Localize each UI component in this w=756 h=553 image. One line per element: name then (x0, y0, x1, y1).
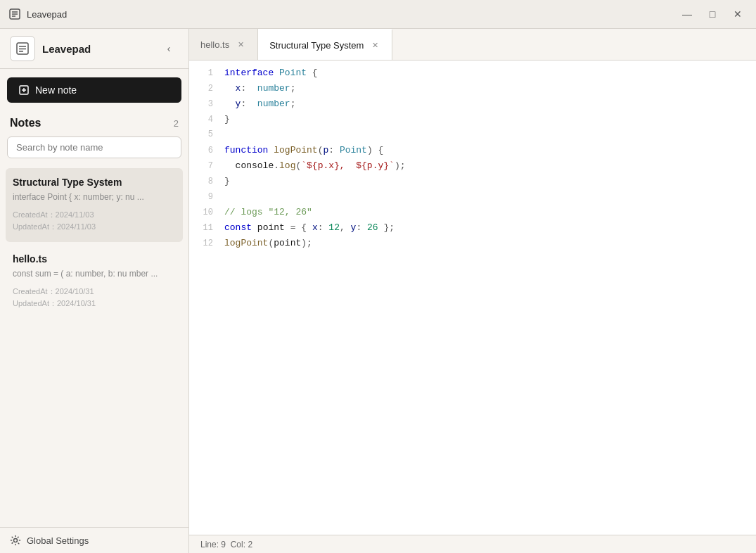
app-icon (8, 8, 21, 20)
tab-hello-ts-close[interactable]: ✕ (235, 39, 246, 50)
note-card-preview: const sum = ( a: number, b: nu mber ... (13, 268, 176, 280)
note-created-at: CreatedAt：2024/10/31 (13, 286, 176, 298)
tab-hello-ts[interactable]: hello.ts ✕ (189, 29, 258, 60)
note-created-at: CreatedAt：2024/11/03 (13, 209, 176, 222)
sidebar-app-name: Leavepad (42, 43, 91, 55)
note-card-meta: CreatedAt：2024/11/03 UpdatedAt：2024/11/0… (13, 209, 176, 234)
note-card-title: hello.ts (13, 253, 176, 265)
new-note-button[interactable]: New note (7, 77, 181, 103)
code-line-6: 6 function logPoint(p: Point) { (189, 144, 756, 159)
new-note-icon (18, 84, 30, 96)
sidebar-header-left: Leavepad (10, 36, 91, 61)
sidebar-collapse-button[interactable]: ‹ (159, 39, 179, 58)
code-line-11: 11 const point = { x: 12, y: 26 }; (189, 221, 756, 236)
editor-area[interactable]: 1 interface Point { 2 x: number; 3 y: nu… (189, 61, 756, 535)
close-button[interactable]: ✕ (728, 4, 748, 24)
search-input[interactable] (7, 136, 181, 158)
note-card-hello-ts[interactable]: hello.ts const sum = ( a: number, b: nu … (6, 245, 183, 319)
code-line-12: 12 logPoint(point); (189, 236, 756, 252)
code-line-7: 7 console.log(`${p.x}, ${p.y}`); (189, 159, 756, 174)
app-title: Leavepad (27, 9, 67, 20)
notes-section-title: Notes (10, 117, 41, 129)
note-updated-at: UpdatedAt：2024/11/03 (13, 221, 176, 234)
note-card-meta: CreatedAt：2024/10/31 UpdatedAt：2024/10/3… (13, 286, 176, 310)
global-settings-label: Global Settings (27, 535, 89, 546)
note-card-title: Structural Type System (13, 177, 176, 188)
code-line-1: 1 interface Point { (189, 66, 756, 82)
notes-list: Structural Type System interface Point {… (0, 165, 188, 527)
sidebar-header: Leavepad ‹ (0, 29, 188, 69)
titlebar-controls: — □ ✕ (677, 4, 748, 24)
tab-hello-ts-label: hello.ts (200, 39, 229, 50)
note-card-structural-type-system[interactable]: Structural Type System interface Point {… (6, 168, 183, 242)
note-card-preview: interface Point { x: number; y: nu ... (13, 191, 176, 203)
code-line-8: 8 } (189, 174, 756, 190)
maximize-button[interactable]: □ (703, 4, 722, 24)
code-line-5: 5 (189, 128, 756, 144)
main-layout: Leavepad ‹ New note Notes 2 Structural T… (0, 28, 756, 553)
minimize-button[interactable]: — (677, 4, 697, 24)
status-col: Col: 2 (231, 540, 252, 549)
sidebar-footer[interactable]: Global Settings (0, 527, 188, 553)
notes-section-header: Notes 2 (0, 111, 188, 134)
titlebar: Leavepad — □ ✕ (0, 0, 756, 28)
sidebar: Leavepad ‹ New note Notes 2 Structural T… (0, 29, 189, 553)
tabs-bar: hello.ts ✕ Structural Type System ✕ (189, 29, 756, 61)
tab-structural-type-system[interactable]: Structural Type System ✕ (258, 29, 392, 60)
titlebar-left: Leavepad (8, 8, 67, 20)
notes-count-badge: 2 (174, 118, 179, 129)
code-line-3: 3 y: number; (189, 97, 756, 113)
sidebar-logo (10, 36, 35, 61)
status-bar: Line: 9 Col: 2 (189, 535, 756, 553)
content-area: hello.ts ✕ Structural Type System ✕ 1 in… (189, 29, 756, 553)
status-line: Line: 9 (200, 540, 226, 549)
search-box (7, 136, 181, 158)
code-line-9: 9 (189, 190, 756, 205)
status-separator (226, 540, 231, 549)
code-line-4: 4 } (189, 113, 756, 128)
svg-point-11 (14, 539, 18, 542)
gear-icon (10, 535, 21, 546)
tab-structural-type-system-label: Structural Type System (269, 40, 364, 51)
code-line-2: 2 x: number; (189, 82, 756, 97)
note-updated-at: UpdatedAt：2024/10/31 (13, 298, 176, 310)
new-note-label: New note (35, 84, 77, 96)
tab-structural-type-system-close[interactable]: ✕ (369, 39, 380, 51)
leavepad-logo-icon (15, 42, 30, 56)
code-line-10: 10 // logs "12, 26" (189, 205, 756, 221)
